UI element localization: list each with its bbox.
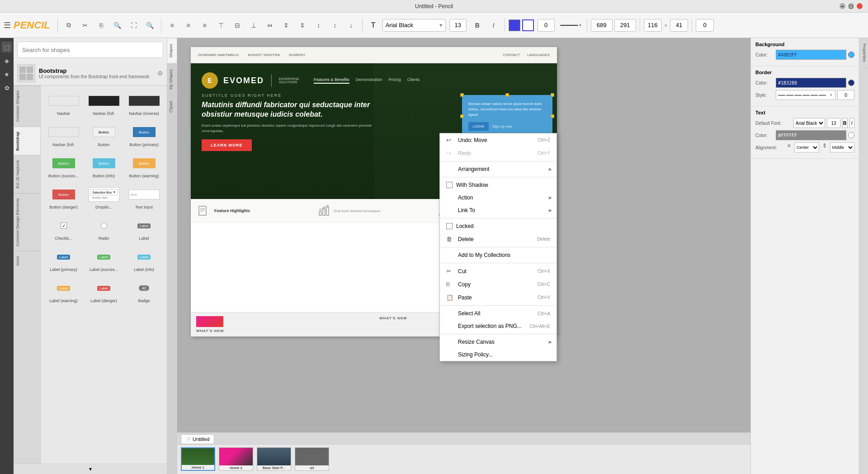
canvas-area[interactable]: DOMINARI HABITABILIS ADDIDIT SINISTRA NU… — [177, 38, 750, 474]
width-input[interactable] — [644, 19, 662, 32]
shape-item-button-info[interactable]: Button Button (info) — [85, 152, 123, 181]
text-color-box[interactable]: #FFFFFF — [776, 130, 846, 140]
scroll-down-indicator[interactable]: ▾ — [14, 464, 167, 474]
align-center-button[interactable]: ≡ — [181, 18, 196, 33]
bootstrap-tab[interactable]: Bootstrap — [14, 127, 40, 156]
minimize-button[interactable]: − — [840, 3, 845, 9]
ctx-delete[interactable]: 🗑 Delete Delete — [440, 232, 557, 246]
ctx-select-all[interactable]: Select All Ctrl+A — [440, 307, 557, 320]
close-button[interactable] — [857, 3, 863, 9]
pricing-link[interactable]: Pricing — [388, 77, 401, 84]
align-h-select[interactable]: Center Left Right — [794, 142, 819, 152]
design-elements-tab[interactable]: Common Design Elements — [14, 193, 40, 251]
cut-button[interactable]: ✂ — [78, 18, 92, 33]
shape-item-checkbox[interactable]: ✓ Checkb... — [44, 214, 83, 243]
library-settings-icon[interactable]: ⚙ — [157, 70, 163, 77]
my-shapes-rail-icon[interactable]: ★ — [1, 69, 12, 80]
login-button[interactable]: LOGIN — [468, 122, 489, 131]
ctx-arrangement[interactable]: Arrangement — [440, 163, 557, 175]
font-selector[interactable]: Arial Black ▾ — [382, 19, 446, 32]
border-style-box[interactable]: —————— ▾ — [776, 90, 835, 100]
shape-item-navbar-inverse[interactable]: Navbar (inverse) — [125, 89, 163, 118]
page-thumb-4[interactable]: a4 — [295, 447, 329, 471]
align-v-select[interactable]: Middle Top Bottom — [830, 142, 855, 152]
resize-handle-tm[interactable] — [505, 93, 509, 97]
ctx-locked-checkbox[interactable] — [446, 223, 453, 229]
clients-link[interactable]: Clients — [407, 77, 420, 84]
bg-color-picker[interactable] — [848, 52, 854, 58]
shape-item-navbar[interactable]: Navbar — [44, 89, 83, 118]
zoom-out-button[interactable]: 🔍 — [110, 18, 125, 33]
page-thumb-2[interactable]: Home 2 — [219, 447, 253, 471]
height-input[interactable] — [670, 19, 688, 32]
resize-handle-mr[interactable] — [551, 114, 554, 118]
dist-h-button[interactable]: ⇔ — [263, 18, 277, 33]
bg-color-box[interactable]: #40B3FF — [776, 50, 846, 60]
align-left-button[interactable]: ≡ — [165, 18, 179, 33]
ctx-link-to[interactable]: Link To — [440, 204, 557, 217]
resize-handle-tr[interactable] — [551, 93, 554, 97]
shape-item-text-input[interactable]: text Text Input — [125, 183, 163, 212]
stroke-color-swatch[interactable] — [522, 19, 534, 31]
shape-item-button-success[interactable]: Button Button (succes... — [44, 152, 83, 181]
shape-item-button-primary[interactable]: Button Button (primary) — [125, 120, 163, 150]
align-right-button[interactable]: ≡ — [198, 18, 212, 33]
font-size-rp[interactable] — [827, 118, 840, 128]
text-bold-button[interactable]: B — [842, 118, 848, 128]
fit-page-button[interactable]: ⛶ — [127, 18, 141, 33]
dist-6-button[interactable]: ↓ — [344, 18, 359, 33]
search-input[interactable] — [17, 42, 163, 58]
align-middle-button[interactable]: ⊟ — [230, 18, 245, 33]
font-icon-button[interactable]: T — [366, 18, 381, 33]
shape-item-navbar-full2[interactable]: Navbar (full- — [44, 120, 83, 150]
signup-link[interactable]: Sign up now — [492, 124, 512, 128]
opacity-input[interactable] — [538, 19, 555, 32]
features-link[interactable]: Features & Benefits — [314, 77, 349, 84]
page-thumb-3[interactable]: Base Start P... — [257, 447, 291, 471]
shape-item-label[interactable]: Label Label — [125, 214, 163, 243]
bold-button[interactable]: B — [470, 18, 485, 33]
ctx-copy[interactable]: ⎘ Copy Ctrl+C — [440, 278, 557, 291]
shape-item-button-warning[interactable]: Button Button (warning) — [125, 152, 163, 181]
shape-item-label-info[interactable]: Label Label (info) — [125, 245, 163, 275]
vtab-my-shapes[interactable]: My Shapes — [167, 63, 177, 95]
ctx-redo[interactable]: ↪ Redo Ctrl+Y — [440, 147, 557, 160]
font-size-input[interactable] — [449, 19, 467, 32]
ctx-shadow-checkbox[interactable] — [446, 182, 453, 188]
x-position-input[interactable] — [591, 19, 613, 32]
page-thumb-1[interactable]: Home 1 — [181, 447, 215, 471]
ctx-locked[interactable]: Locked — [440, 220, 557, 232]
ctx-resize-canvas[interactable]: Resize Canvas — [440, 336, 557, 348]
ctx-add-collections[interactable]: Add to My Collections — [440, 249, 557, 261]
shape-item-label-success[interactable]: Label Label (succes... — [85, 245, 123, 275]
shape-item-label-warning[interactable]: Label Label (warning) — [44, 276, 83, 306]
resize-handle-tl[interactable] — [460, 93, 464, 97]
shape-item-badge[interactable]: 42 Badge — [125, 276, 163, 306]
hamburger-icon[interactable]: ☰ — [4, 20, 11, 30]
ctx-with-shadow[interactable]: With Shadow — [440, 179, 557, 191]
text-color-picker[interactable] — [848, 132, 854, 138]
resize-handle-ml[interactable] — [460, 114, 464, 118]
extjs-tab[interactable]: Ext JS Neptune — [14, 155, 40, 193]
border-color-picker[interactable] — [848, 80, 854, 86]
dist-3-button[interactable]: ⇕ — [295, 18, 310, 33]
shape-item-navbar-full[interactable]: Navbar (full- — [85, 89, 123, 118]
zoom-in-button[interactable]: 🔍 — [143, 18, 157, 33]
stencil-rail-icon[interactable]: ◈ — [1, 55, 12, 66]
common-shapes-tab[interactable]: Common Shapes — [14, 85, 40, 127]
border-color-box[interactable]: #1B3280 — [776, 78, 846, 88]
ctx-action[interactable]: Action — [440, 191, 557, 204]
shape-item-radio[interactable]: Radio — [85, 214, 123, 243]
shape-item-button-danger[interactable]: Button Button (danger) — [44, 183, 83, 212]
ctx-paste[interactable]: 📋 Paste Ctrl+V — [440, 291, 557, 304]
vtab-clipart[interactable]: Clipart — [167, 95, 177, 118]
font-select[interactable]: Arial Black — [793, 118, 825, 128]
properties-vtab[interactable]: Properties — [859, 38, 868, 68]
clipart-rail-icon[interactable]: ✿ — [1, 82, 12, 93]
ctx-undo[interactable]: ↩ Undo: Move Ctrl+Z — [440, 133, 557, 147]
italic-button[interactable]: I — [486, 18, 501, 33]
paste-button[interactable]: ⎘ — [94, 18, 108, 33]
border-width-input[interactable] — [837, 90, 854, 100]
rotation-input[interactable] — [696, 19, 714, 32]
dist-5-button[interactable]: ↕ — [328, 18, 342, 33]
